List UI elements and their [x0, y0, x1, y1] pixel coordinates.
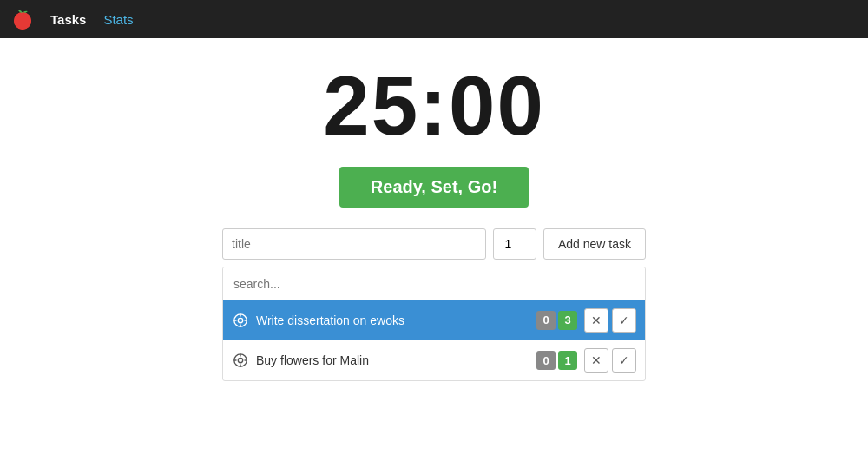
- svg-point-3: [238, 318, 242, 322]
- task-badges: 0 3: [536, 311, 577, 330]
- task-row[interactable]: Buy flowers for Malin 0 1 ✕ ✓: [223, 340, 645, 380]
- task-badges: 0 1: [536, 351, 577, 370]
- task-list: Write dissertation on ewoks 0 3 ✕ ✓: [223, 300, 645, 380]
- task-icon: [232, 352, 249, 369]
- completed-badge: 0: [536, 311, 556, 330]
- nav-stats[interactable]: Stats: [102, 9, 135, 30]
- start-button[interactable]: Ready, Set, Go!: [339, 167, 529, 208]
- nav-tasks[interactable]: Tasks: [49, 9, 88, 30]
- svg-point-9: [238, 358, 242, 362]
- task-name: Write dissertation on ewoks: [256, 313, 529, 327]
- navbar: Tasks Stats: [0, 0, 868, 38]
- task-icon: [232, 312, 249, 329]
- delete-task-button[interactable]: ✕: [584, 308, 608, 333]
- search-input[interactable]: [223, 267, 645, 300]
- task-input-row: Add new task: [222, 228, 646, 260]
- task-count-input[interactable]: [493, 228, 536, 260]
- timer-display: 25:00: [323, 64, 545, 148]
- svg-point-1: [14, 12, 31, 30]
- total-badge: 3: [558, 311, 577, 330]
- task-actions: ✕ ✓: [584, 308, 636, 333]
- task-title-input[interactable]: [222, 228, 486, 260]
- task-name: Buy flowers for Malin: [256, 353, 529, 367]
- task-actions: ✕ ✓: [584, 348, 636, 373]
- delete-task-button[interactable]: ✕: [584, 348, 608, 373]
- complete-task-button[interactable]: ✓: [612, 348, 636, 373]
- complete-task-button[interactable]: ✓: [612, 308, 636, 333]
- main-content: 25:00 Ready, Set, Go! Add new task Write…: [0, 38, 868, 455]
- add-task-button[interactable]: Add new task: [543, 228, 646, 260]
- total-badge: 1: [558, 351, 577, 370]
- completed-badge: 0: [536, 351, 556, 370]
- app-logo: [10, 7, 35, 31]
- task-row[interactable]: Write dissertation on ewoks 0 3 ✕ ✓: [223, 300, 645, 340]
- task-panel: Write dissertation on ewoks 0 3 ✕ ✓: [222, 267, 646, 381]
